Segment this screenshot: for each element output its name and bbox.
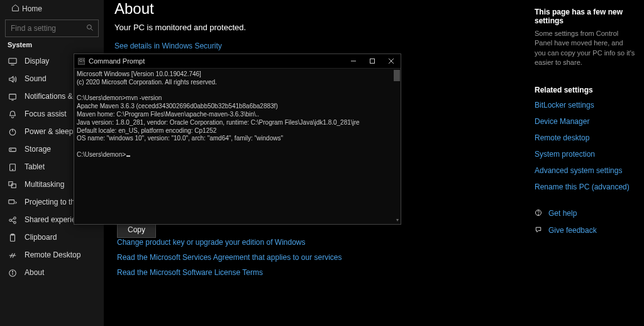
sidebar-item-label: Clipboard (25, 233, 57, 242)
maximize-button[interactable] (363, 54, 382, 69)
sidebar-item-clipboard[interactable]: Clipboard (0, 228, 104, 246)
bitlocker-link[interactable]: BitLocker settings (535, 101, 635, 110)
sound-icon (8, 74, 25, 84)
feedback-icon (535, 226, 542, 235)
sidebar-item-label: Multitasking (25, 180, 64, 189)
svg-rect-13 (9, 200, 14, 203)
give-feedback-link[interactable]: Give feedback (535, 226, 635, 235)
display-icon (8, 56, 25, 66)
change-product-key-link[interactable]: Change product key or upgrade your editi… (117, 238, 342, 247)
home-icon (8, 4, 22, 14)
term-line: Default locale: en_US, platform encoding… (77, 127, 216, 134)
term-line: Maven home: C:\Program Files\Maven\apach… (77, 111, 259, 118)
term-line: (c) 2020 Microsoft Corporation. All righ… (77, 79, 217, 86)
get-help-label: Get help (548, 209, 577, 218)
related-header: Related settings (535, 86, 635, 94)
remote-desktop-link[interactable]: Remote desktop (535, 133, 635, 142)
svg-point-23 (538, 214, 539, 215)
get-help-link[interactable]: Get help (535, 209, 635, 218)
close-button[interactable] (382, 54, 401, 69)
cmd-icon (78, 58, 85, 65)
notice-header: This page has a few new settings (535, 8, 635, 25)
tablet-icon (8, 162, 25, 172)
clipboard-icon (8, 232, 25, 242)
svg-point-21 (12, 271, 13, 272)
help-icon (535, 209, 542, 218)
system-protection-link[interactable]: System protection (535, 150, 635, 159)
rename-pc-link[interactable]: Rename this PC (advanced) (535, 183, 635, 191)
services-agreement-link[interactable]: Read the Microsoft Services Agreement th… (117, 253, 342, 262)
right-column: This page has a few new settings Some se… (535, 8, 635, 243)
sidebar-item-label: Focus assist (25, 110, 67, 118)
term-line: Apache Maven 3.6.3 (cecedd343002696d0abb… (77, 103, 278, 110)
search-container (5, 20, 99, 37)
sidebar-item-label: Sound (25, 74, 47, 83)
svg-point-16 (14, 222, 16, 224)
titlebar[interactable]: Command Prompt (74, 54, 401, 69)
storage-icon (8, 144, 25, 154)
sidebar-item-label: Storage (25, 145, 51, 154)
related-links: BitLocker settings Device Manager Remote… (535, 101, 635, 191)
minimize-button[interactable] (344, 54, 363, 69)
scrollbar-thumb[interactable] (394, 70, 400, 81)
window-buttons (344, 54, 401, 69)
sidebar-item-label: Tablet (25, 162, 45, 171)
term-line: Java version: 1.8.0_281, vendor: Oracle … (77, 119, 360, 126)
multitasking-icon (8, 179, 25, 189)
terminal-output[interactable]: Microsoft Windows [Version 10.0.19042.74… (74, 69, 401, 224)
svg-rect-4 (9, 94, 16, 99)
svg-point-14 (9, 219, 12, 222)
sidebar-item-remote-desktop[interactable]: Remote Desktop (0, 246, 104, 264)
shared-icon (8, 215, 25, 225)
page-title: About (114, 0, 537, 18)
svg-point-8 (11, 149, 11, 150)
notice-body: Some settings from Control Panel have mo… (535, 29, 635, 68)
search-input[interactable] (5, 20, 99, 37)
home-nav[interactable]: Home (5, 0, 99, 18)
sidebar-item-label: Display (25, 57, 49, 65)
license-terms-link[interactable]: Read the Microsoft Software License Term… (117, 268, 342, 277)
home-label: Home (22, 4, 42, 13)
window-title: Command Prompt (89, 57, 145, 65)
power-icon (8, 126, 25, 137)
projecting-icon (8, 197, 25, 207)
svg-rect-17 (11, 235, 15, 242)
sidebar-item-label: Remote Desktop (25, 250, 80, 259)
svg-point-15 (14, 217, 16, 220)
svg-point-10 (12, 169, 13, 170)
term-prompt: C:\Users\demon> (77, 151, 126, 158)
focus-assist-icon (8, 109, 25, 119)
svg-rect-25 (370, 59, 375, 64)
product-links: Change product key or upgrade your editi… (117, 238, 342, 277)
cursor-icon (126, 155, 130, 157)
device-manager-link[interactable]: Device Manager (535, 117, 635, 126)
sidebar-item-about[interactable]: About (0, 264, 104, 281)
advanced-settings-link[interactable]: Advanced system settings (535, 166, 635, 175)
see-details-link[interactable]: See details in Windows Security (114, 42, 222, 50)
give-feedback-label: Give feedback (548, 226, 597, 235)
notifications-icon (8, 91, 25, 101)
svg-rect-2 (9, 59, 16, 64)
about-icon (8, 267, 25, 278)
sidebar-item-label: About (25, 268, 44, 277)
term-line: Microsoft Windows [Version 10.0.19042.74… (77, 70, 201, 77)
term-line: C:\Users\demon>mvn -version (77, 94, 162, 101)
term-line: OS name: "windows 10", version: "10.0", … (77, 135, 283, 142)
system-header: System (8, 41, 104, 48)
command-prompt-window: Command Prompt Microsoft Windows [Versio… (74, 53, 401, 225)
remote-desktop-icon (8, 250, 25, 260)
scrollbar-down-icon[interactable]: ▾ (396, 217, 399, 223)
protection-status: Your PC is monitored and protected. (114, 23, 537, 32)
sidebar-item-label: Power & sleep (25, 127, 73, 136)
